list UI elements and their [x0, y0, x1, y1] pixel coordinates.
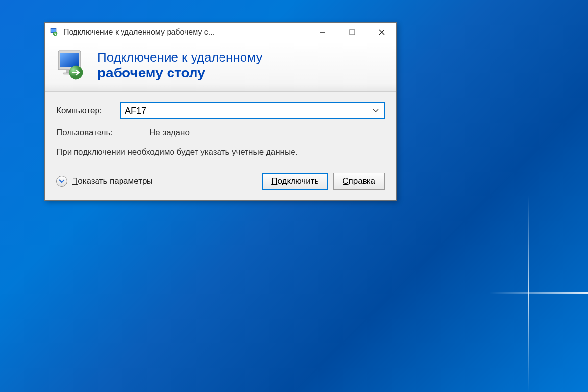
user-row: Пользователь: Не задано [56, 128, 385, 138]
footer-row: Показать параметры Подключить Справка [56, 173, 385, 190]
close-button[interactable] [367, 23, 396, 42]
desktop-light-effect [490, 292, 588, 294]
info-text: При подключении необходимо будет указать… [56, 147, 385, 158]
svg-line-6 [379, 30, 384, 35]
svg-rect-1 [51, 29, 56, 32]
desktop-light-effect-vertical [528, 196, 529, 392]
header-line1: Подключение к удаленному [98, 50, 262, 65]
rdp-dialog: Подключение к удаленному рабочему с... [44, 22, 397, 201]
computer-label: Компьютер: [56, 106, 120, 116]
help-button[interactable]: Справка [333, 173, 385, 190]
header-line2: рабочему столу [98, 65, 262, 81]
minimize-button[interactable] [308, 23, 338, 42]
svg-line-5 [379, 30, 384, 35]
show-options-link[interactable]: Показать параметры [56, 176, 257, 187]
window-title: Подключение к удаленному рабочему с... [63, 28, 308, 37]
user-label: Пользователь: [56, 128, 149, 138]
app-icon [49, 27, 59, 37]
rdp-header-icon [54, 48, 89, 82]
chevron-down-icon[interactable] [372, 109, 380, 113]
header-text: Подключение к удаленному рабочему столу [98, 50, 262, 81]
computer-combo[interactable] [120, 102, 385, 119]
titlebar[interactable]: Подключение к удаленному рабочему с... [45, 23, 396, 42]
svg-rect-9 [60, 53, 79, 67]
maximize-button[interactable] [338, 23, 367, 42]
body-panel: Компьютер: Пользователь: Не задано При п… [45, 92, 396, 200]
computer-input[interactable] [125, 106, 372, 116]
header-panel: Подключение к удаленному рабочему столу [45, 42, 396, 92]
expand-down-icon [56, 176, 67, 187]
computer-row: Компьютер: [56, 102, 385, 119]
svg-rect-4 [350, 30, 355, 35]
window-controls [308, 23, 396, 42]
user-value: Не задано [149, 128, 190, 138]
connect-button[interactable]: Подключить [262, 173, 328, 190]
